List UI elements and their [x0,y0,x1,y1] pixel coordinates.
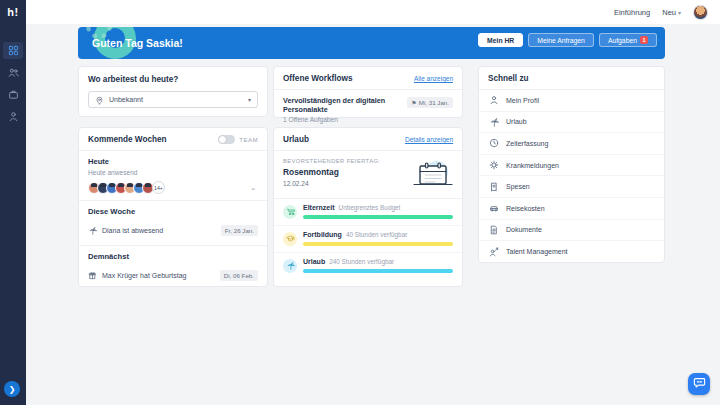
budget-label: Fortbildung [303,231,342,238]
hr-dashboard-app: h! ❯ [0,0,720,405]
stroller-icon [283,205,297,219]
greeting-text: Guten Tag Saskia! [92,37,183,49]
person-icon [489,91,499,109]
briefcase-icon [8,86,19,104]
chevron-down-icon: ▾ [678,10,681,16]
sidebar-item-briefcase[interactable] [3,86,23,103]
vacation-details-link[interactable]: Details anzeigen [405,136,453,143]
budget-body: Fortbildung40 Stunden verfügbar [303,231,453,246]
absence-text: Diana ist abwesend [102,227,216,234]
people-icon [8,64,19,82]
quick-link-spesen[interactable]: Spesen [479,176,664,198]
calendar-illustration [410,159,454,193]
meine-anfragen-button[interactable]: Meine Anfragen [528,33,594,47]
sidebar-expand-button[interactable]: ❯ [4,381,20,397]
budget-info: 40 Stunden verfügbar [346,231,407,238]
this-week-section: Diese Woche Diana ist abwesend Fr, 26 Ja… [79,201,267,245]
gift-icon [88,266,97,284]
sidebar-item-profile[interactable] [3,108,23,125]
aufgaben-button[interactable]: Aufgaben1 [599,33,657,47]
quick-link-dokumente[interactable]: Dokumente [479,220,664,242]
sidebar: h! ❯ [0,0,26,405]
work-location-value: Unbekannt [109,96,243,103]
budget-info: Unbegrenztes Budget [339,204,401,211]
this-week-title: Diese Woche [88,207,258,216]
sidebar-item-people[interactable] [3,64,23,81]
work-location-title: Wo arbeitest du heute? [88,75,258,84]
chevron-down-icon[interactable]: ⌄ [250,184,256,192]
greeting-banner: Guten Tag Saskia! Mein HR Meine Anfragen… [78,27,665,59]
palm-icon [489,113,499,131]
onboarding-link[interactable]: Einführung [614,8,650,17]
upcoming-weeks-header: Kommende Wochen TEAM [79,128,267,151]
team-toggle[interactable] [218,135,235,144]
budget-row-fortbildung[interactable]: Fortbildung40 Stunden verfügbar [274,226,462,253]
budget-body: ElternzeitUnbegrenztes Budget [303,204,453,219]
upcoming-weeks-title: Kommende Wochen [88,135,167,144]
budget-bar-green [303,215,453,219]
open-workflows-card: Offene Workflows Alle anzeigen Vervollst… [273,66,463,118]
task-count-badge: 1 [640,36,648,44]
palm-icon [88,221,97,239]
absence-date-badge: Fr, 26 Jan. [221,225,258,236]
sidebar-nav [0,42,26,125]
work-location-select[interactable]: Unbekannt ▾ [88,91,258,108]
flag-icon: ⚑ [411,100,416,106]
app-logo: h! [0,0,26,18]
graduation-icon [283,232,297,246]
vacation-header: Urlaub Details anzeigen [274,128,462,151]
dashboard-grid-icon [8,42,19,60]
new-menu-button[interactable]: Neu▾ [662,8,681,17]
quick-link-mein-profil[interactable]: Mein Profil [479,90,664,112]
budget-label: Elternzeit [303,204,335,211]
team-toggle-wrap: TEAM [218,135,258,144]
budget-body: Urlaub240 Stunden verfügbar [303,258,453,273]
birthday-row[interactable]: Max Krüger hat Geburtstag Di, 06 Feb. [88,266,258,284]
palm-icon [283,259,297,273]
mein-hr-button[interactable]: Mein HR [478,33,523,47]
chat-bubble-icon [693,375,706,393]
upcoming-weeks-card: Kommende Wochen TEAM Heute Heute anwesen… [78,127,268,287]
quick-link-urlaub[interactable]: Urlaub [479,112,664,134]
chat-button[interactable] [688,373,710,395]
budget-row-urlaub[interactable]: Urlaub240 Stunden verfügbar [274,253,462,279]
vacation-title: Urlaub [283,135,309,144]
car-icon [489,199,499,217]
sidebar-item-dashboard[interactable] [3,42,23,59]
quick-links-title: Schnell zu [488,74,529,83]
quick-link-talent-management[interactable]: Talent Management [479,241,664,263]
team-toggle-label: TEAM [239,137,258,143]
workflow-date-badge: ⚑Mi, 31 Jan. [407,97,453,108]
workflow-item-subtitle: 1 Offene Aufgaben [283,116,401,123]
vacation-card: Urlaub Details anzeigen BEVORSTEHENDER F… [273,127,463,287]
workflow-item[interactable]: Vervollständigen der digitalen Personala… [274,90,462,129]
workflow-item-title: Vervollständigen der digitalen Personala… [283,96,401,114]
clock-icon [489,134,499,152]
soon-title: Demnächst [88,252,258,261]
receipt-icon [489,178,499,196]
budget-label: Urlaub [303,258,325,265]
work-location-card: Wo arbeitest du heute? Unbekannt ▾ [78,66,268,117]
today-title: Heute [88,157,258,166]
budget-info: 240 Stunden verfügbar [329,258,394,265]
absence-row[interactable]: Diana ist abwesend Fr, 26 Jan. [88,221,258,239]
quick-link-krankmeldungen[interactable]: Krankmeldungen [479,155,664,177]
document-icon [489,221,499,239]
location-pin-icon [95,91,104,109]
user-avatar[interactable] [693,5,708,20]
workflows-show-all-link[interactable]: Alle anzeigen [414,75,453,82]
toggle-knob [219,136,226,143]
quick-links-card: Schnell zu Mein Profil Urlaub Zeiterfass… [478,66,665,263]
birthday-date-badge: Di, 06 Feb. [220,270,258,281]
banner-buttons: Mein HR Meine Anfragen Aufgaben1 [478,33,657,47]
chevron-down-icon: ▾ [248,96,251,103]
soon-section: Demnächst Max Krüger hat Geburtstag Di, … [79,246,267,290]
quick-link-reisekosten[interactable]: Reisekosten [479,198,664,220]
budget-row-elternzeit[interactable]: ElternzeitUnbegrenztes Budget [274,199,462,226]
quick-link-zeiterfassung[interactable]: Zeiterfassung [479,133,664,155]
avatar-overflow-badge[interactable]: 14+ [152,181,165,194]
workflow-text: Vervollständigen der digitalen Personala… [283,96,401,123]
birthday-text: Max Krüger hat Geburtstag [102,272,215,279]
virus-icon [489,156,499,174]
topbar: Einführung Neu▾ [26,0,720,24]
